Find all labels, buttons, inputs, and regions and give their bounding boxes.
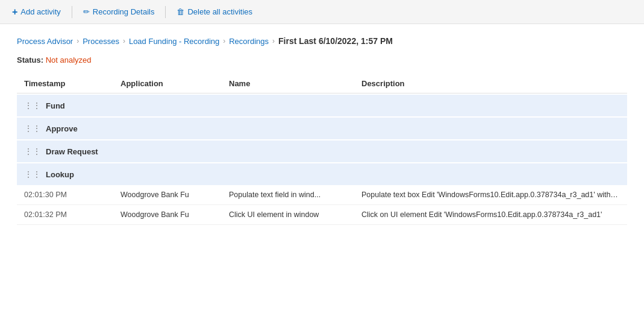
status-label: Status: [17, 55, 43, 65]
col-header-application: Application [120, 79, 229, 88]
group-draw-request-cell: ⋮⋮ Draw Request [24, 147, 120, 156]
group-lookup-cell: ⋮⋮ Lookup [24, 169, 120, 179]
col-header-timestamp: Timestamp [24, 79, 120, 88]
group-fund-cell: ⋮⋮ Fund [24, 101, 120, 110]
delete-icon: 🗑 [177, 7, 184, 16]
breadcrumb-sep-2: › [123, 37, 125, 45]
breadcrumb-process-advisor[interactable]: Process Advisor [17, 37, 73, 46]
drag-icon-fund: ⋮⋮ [24, 101, 41, 110]
group-label-approve: Approve [46, 124, 78, 133]
recording-details-button[interactable]: ✏ Recording Details [78, 5, 160, 19]
group-row-draw-request[interactable]: ⋮⋮ Draw Request [17, 140, 627, 162]
main-content: Timestamp Application Name Description ⋮… [0, 74, 644, 225]
add-activity-label: Add activity [20, 7, 60, 16]
group-row-approve[interactable]: ⋮⋮ Approve [17, 118, 627, 139]
recording-details-label: Recording Details [93, 7, 155, 16]
row2-timestamp: 02:01:32 PM [24, 210, 120, 219]
breadcrumb-sep-1: › [77, 37, 79, 45]
row2-name: Click UI element in window [229, 210, 361, 219]
add-activity-button[interactable]: + Add activity [7, 4, 66, 20]
group-label-fund: Fund [46, 101, 65, 110]
row1-description: Populate text box Edit 'WindowsForms10.E… [361, 191, 620, 199]
row1-timestamp: 02:01:30 PM [24, 191, 120, 199]
col-header-name: Name [229, 79, 361, 88]
group-row-lookup[interactable]: ⋮⋮ Lookup [17, 163, 627, 185]
breadcrumb: Process Advisor › Processes › Load Fundi… [0, 24, 644, 52]
group-label-lookup: Lookup [46, 170, 74, 179]
row2-description: Click on UI element Edit 'WindowsForms10… [361, 210, 620, 219]
breadcrumb-recordings[interactable]: Recordings [229, 37, 269, 46]
delete-all-label: Delete all activities [187, 7, 252, 16]
toolbar-separator-1 [72, 6, 72, 18]
status-bar: Status: Not analyzed [0, 52, 644, 74]
group-approve-cell: ⋮⋮ Approve [24, 124, 120, 133]
status-value: Not analyzed [46, 55, 92, 65]
breadcrumb-processes[interactable]: Processes [83, 37, 119, 46]
delete-all-button[interactable]: 🗑 Delete all activities [172, 5, 257, 19]
col-header-description: Description [361, 79, 620, 88]
breadcrumb-sep-3: › [223, 37, 225, 45]
toolbar-separator-2 [165, 6, 166, 18]
row1-application: Woodgrove Bank Fu [120, 191, 229, 199]
breadcrumb-current: First Last 6/10/2022, 1:57 PM [278, 36, 393, 46]
row2-application: Woodgrove Bank Fu [120, 210, 229, 219]
group-row-fund[interactable]: ⋮⋮ Fund [17, 95, 627, 116]
drag-icon-approve: ⋮⋮ [24, 124, 41, 133]
group-label-draw-request: Draw Request [46, 147, 98, 156]
add-icon: + [12, 7, 17, 17]
breadcrumb-sep-4: › [272, 37, 275, 45]
toolbar: + Add activity ✏ Recording Details 🗑 Del… [0, 0, 644, 24]
table-row[interactable]: 02:01:30 PM Woodgrove Bank Fu Populate t… [17, 185, 627, 205]
table-row[interactable]: 02:01:32 PM Woodgrove Bank Fu Click UI e… [17, 205, 627, 225]
drag-icon-lookup: ⋮⋮ [24, 169, 41, 179]
row1-name: Populate text field in wind... [229, 191, 361, 199]
drag-icon-draw-request: ⋮⋮ [24, 147, 41, 156]
table-header: Timestamp Application Name Description [17, 74, 627, 93]
pencil-icon: ✏ [83, 7, 90, 16]
breadcrumb-load-funding[interactable]: Load Funding - Recording [129, 37, 219, 46]
